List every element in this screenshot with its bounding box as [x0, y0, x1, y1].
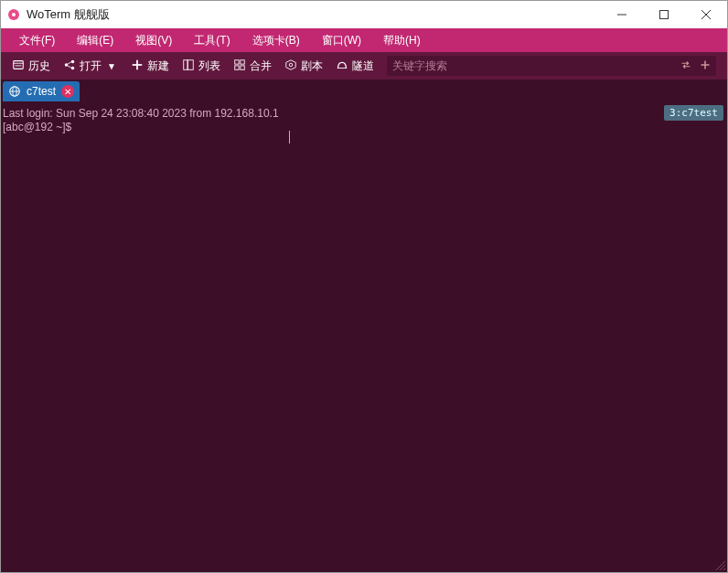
svg-rect-19: [241, 59, 244, 63]
tab-close-button[interactable]: ✕: [61, 85, 74, 98]
svg-point-10: [71, 59, 75, 63]
window-controls: [601, 1, 727, 28]
list-icon: [182, 58, 195, 74]
menu-window[interactable]: 窗口(W): [311, 29, 372, 52]
plus-icon: [131, 58, 144, 74]
tunnel-icon: [336, 58, 348, 74]
menu-edit[interactable]: 编辑(E): [66, 29, 124, 52]
share-icon: [63, 58, 76, 74]
swap-icon[interactable]: [680, 58, 692, 74]
menu-view[interactable]: 视图(V): [124, 29, 183, 52]
new-button[interactable]: 新建: [125, 56, 175, 77]
tabbar: c7test ✕: [1, 80, 727, 103]
svg-point-11: [71, 66, 75, 69]
svg-marker-22: [286, 59, 296, 69]
history-icon: [12, 58, 25, 74]
add-icon[interactable]: [700, 59, 711, 73]
minimize-button[interactable]: [601, 1, 643, 28]
menu-tool[interactable]: 工具(T): [183, 29, 241, 52]
close-button[interactable]: [685, 1, 727, 28]
titlebar[interactable]: WoTerm 舰舰版: [1, 1, 727, 28]
menu-file[interactable]: 文件(F): [8, 29, 66, 52]
svg-rect-21: [241, 65, 244, 69]
chevron-down-icon: ▼: [107, 61, 116, 71]
resize-grip[interactable]: [714, 559, 725, 570]
svg-rect-6: [14, 60, 24, 69]
open-label: 打开: [80, 58, 102, 74]
svg-rect-18: [235, 59, 239, 63]
svg-rect-20: [235, 65, 239, 69]
new-label: 新建: [147, 58, 169, 74]
svg-rect-17: [187, 59, 193, 69]
tunnel-button[interactable]: 隧道: [330, 56, 380, 77]
toolbar: 历史 打开 ▼ 新建 列表 合并 剧本 隧道 关键字搜索: [1, 52, 727, 80]
script-button[interactable]: 剧本: [279, 56, 328, 77]
session-tab[interactable]: c7test ✕: [3, 81, 80, 101]
terminal-line: Last login: Sun Sep 24 23:08:40 2023 fro…: [3, 107, 725, 121]
svg-line-32: [723, 568, 725, 570]
app-icon: [6, 7, 21, 22]
merge-label: 合并: [250, 58, 272, 74]
svg-line-13: [68, 65, 71, 67]
svg-rect-16: [184, 59, 187, 69]
svg-line-12: [68, 61, 71, 63]
search-input[interactable]: 关键字搜索: [392, 58, 680, 74]
merge-icon: [233, 58, 246, 74]
open-button[interactable]: 打开 ▼: [58, 56, 122, 77]
globe-icon: [8, 85, 21, 98]
search-box[interactable]: 关键字搜索: [387, 56, 716, 76]
session-status-badge: 3:c7test: [664, 105, 723, 121]
terminal-prompt: [abc@192 ~]$: [3, 121, 725, 134]
terminal-area[interactable]: 3:c7test Last login: Sun Sep 24 23:08:40…: [1, 103, 727, 572]
list-label: 列表: [198, 58, 220, 74]
menubar: 文件(F) 编辑(E) 视图(V) 工具(T) 选项卡(B) 窗口(W) 帮助(…: [1, 28, 727, 52]
text-cursor-icon: [289, 131, 290, 143]
menu-help[interactable]: 帮助(H): [372, 29, 432, 52]
app-window: WoTerm 舰舰版 文件(F) 编辑(E) 视图(V) 工具(T) 选项卡(B…: [0, 0, 728, 573]
tab-label: c7test: [27, 85, 56, 98]
window-title: WoTerm 舰舰版: [27, 6, 601, 23]
svg-point-1: [12, 13, 16, 16]
merge-button[interactable]: 合并: [228, 56, 277, 77]
list-button[interactable]: 列表: [177, 56, 226, 77]
history-label: 历史: [28, 58, 50, 74]
script-icon: [284, 58, 297, 74]
maximize-button[interactable]: [643, 1, 685, 28]
history-button[interactable]: 历史: [6, 56, 56, 77]
tunnel-label: 隧道: [352, 58, 374, 74]
menu-tab[interactable]: 选项卡(B): [241, 29, 311, 52]
svg-point-23: [289, 63, 293, 67]
svg-rect-3: [660, 11, 669, 19]
script-label: 剧本: [301, 58, 323, 74]
